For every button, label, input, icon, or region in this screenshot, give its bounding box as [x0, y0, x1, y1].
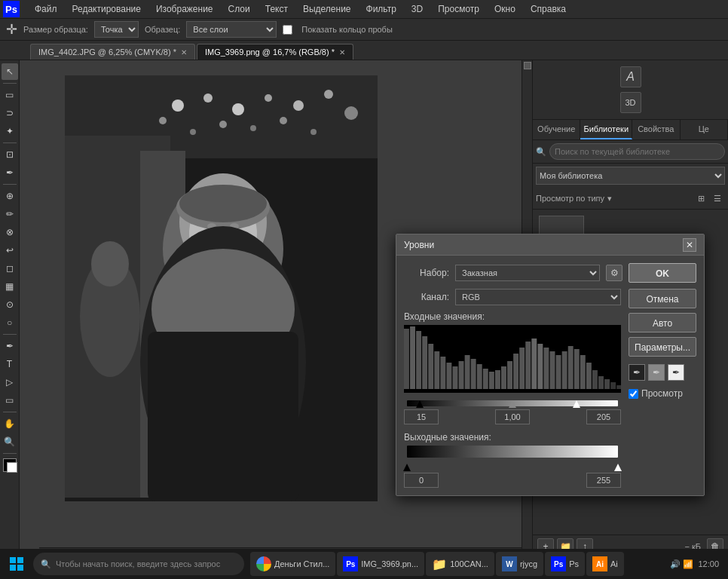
- tab-libraries[interactable]: Библиотеки: [580, 120, 632, 139]
- close-tab-1[interactable]: ✕: [181, 48, 187, 57]
- separator-5: [3, 412, 17, 412]
- tool-path[interactable]: ▷: [2, 374, 18, 391]
- chevron-down-icon[interactable]: ▾: [607, 194, 612, 204]
- svg-rect-44: [483, 369, 488, 389]
- svg-rect-32: [410, 326, 415, 389]
- svg-rect-63: [598, 376, 604, 389]
- sample-select[interactable]: Все слои: [186, 21, 277, 38]
- input-min-value[interactable]: 15: [404, 409, 439, 424]
- tool-shape[interactable]: ▭: [2, 392, 18, 409]
- dialog-close-button[interactable]: ✕: [683, 238, 696, 252]
- taskbar-item-ps2[interactable]: Ps Ps: [545, 552, 585, 576]
- menu-3d[interactable]: 3D: [408, 2, 426, 16]
- tabs-bar: IMG_4402.JPG @ 6,25% (CMYK/8) * ✕ IMG_39…: [0, 41, 728, 60]
- channel-select[interactable]: RGB: [455, 289, 621, 305]
- tool-hand[interactable]: ✋: [2, 415, 18, 432]
- preview-checkbox[interactable]: [629, 389, 638, 399]
- dialog-title: Уровни: [404, 240, 683, 250]
- probe-checkbox[interactable]: [283, 25, 292, 35]
- menu-select[interactable]: Выделение: [300, 2, 354, 16]
- taskbar: 🔍 Чтобы начать поиск, введите здесь запр…: [0, 549, 728, 579]
- close-tab-2[interactable]: ✕: [339, 48, 345, 57]
- tool-cursor-icon[interactable]: ✛: [6, 21, 17, 38]
- tool-crop[interactable]: ⊡: [2, 146, 18, 163]
- taskbar-search-placeholder: Чтобы начать поиск, введите здесь запрос: [56, 559, 220, 568]
- tool-zoom[interactable]: 🔍: [2, 433, 18, 450]
- menu-image[interactable]: Изображение: [153, 2, 216, 16]
- tab-learning[interactable]: Обучение: [533, 120, 580, 139]
- menu-window[interactable]: Окно: [491, 2, 518, 16]
- ai-icon: Ai: [592, 556, 607, 571]
- white-eyedropper-button[interactable]: ✒: [668, 364, 684, 381]
- tool-gradient[interactable]: ▦: [2, 278, 18, 295]
- tool-text[interactable]: T: [2, 356, 18, 372]
- ok-button[interactable]: OK: [629, 263, 696, 283]
- foreground-color[interactable]: [3, 458, 17, 472]
- scroll-up[interactable]: [524, 62, 531, 69]
- tab-properties[interactable]: Свойства: [632, 120, 680, 139]
- menu-text[interactable]: Текст: [262, 2, 291, 16]
- menu-layers[interactable]: Слои: [225, 2, 253, 16]
- text-tool-icon[interactable]: A: [620, 66, 641, 87]
- preset-select[interactable]: Заказная: [455, 265, 600, 281]
- taskbar-search-bar[interactable]: 🔍 Чтобы начать поиск, введите здесь запр…: [33, 553, 244, 575]
- gray-eyedropper-button[interactable]: ✒: [648, 364, 665, 381]
- view-options: Просмотр по типу ▾ ⊞ ☰: [533, 188, 728, 210]
- svg-rect-51: [525, 342, 531, 389]
- taskbar-item-ai[interactable]: Ai Ai: [586, 552, 624, 576]
- menu-filter[interactable]: Фильтр: [363, 2, 399, 16]
- menu-file[interactable]: Файл: [32, 2, 60, 16]
- preset-gear-button[interactable]: ⚙: [606, 265, 622, 281]
- tool-dodge[interactable]: ○: [2, 314, 18, 331]
- auto-button[interactable]: Авто: [629, 313, 696, 332]
- output-label: Выходные значения:: [404, 432, 621, 443]
- tool-brush[interactable]: ✏: [2, 206, 18, 222]
- library-search-bar: 🔍: [533, 140, 728, 164]
- tab-img4402[interactable]: IMG_4402.JPG @ 6,25% (CMYK/8) * ✕: [30, 44, 195, 60]
- menu-help[interactable]: Справка: [528, 2, 569, 16]
- svg-rect-27: [148, 332, 298, 501]
- menu-view[interactable]: Просмотр: [435, 2, 482, 16]
- tab-img3969[interactable]: IMG_3969.png @ 16,7% (RGB/8) * ✕: [197, 44, 353, 60]
- input-black-thumb[interactable]: [416, 400, 424, 408]
- windows-start-button[interactable]: [3, 550, 30, 577]
- output-white-thumb[interactable]: [614, 464, 622, 471]
- input-white-thumb[interactable]: [573, 400, 580, 408]
- tool-blur[interactable]: ⊙: [2, 296, 18, 313]
- tool-pen[interactable]: ✒: [2, 338, 18, 354]
- output-black-thumb[interactable]: [403, 464, 411, 471]
- tool-eraser[interactable]: ◻: [2, 260, 18, 277]
- 3d-icon[interactable]: 3D: [620, 92, 641, 113]
- params-button[interactable]: Параметры...: [629, 337, 696, 357]
- list-view-icon[interactable]: ☰: [710, 191, 725, 206]
- dialog-content: Канал: RGB Входные значения:: [404, 289, 696, 488]
- taskbar-item-ps-file[interactable]: Ps IMG_3969.pn...: [337, 552, 424, 576]
- output-max-value[interactable]: 255: [586, 473, 621, 488]
- tab-extra[interactable]: Це: [681, 120, 728, 139]
- grid-view-icon[interactable]: ⊞: [693, 191, 708, 206]
- taskbar-item-folder[interactable]: 📁 100CAN...: [426, 552, 494, 576]
- size-select[interactable]: Точка: [94, 21, 139, 38]
- tool-heal[interactable]: ⊕: [2, 188, 18, 204]
- taskbar-item-chrome[interactable]: Деньги Стил...: [250, 552, 335, 576]
- cancel-button[interactable]: Отмена: [629, 289, 696, 308]
- tool-move[interactable]: ↖: [2, 63, 18, 80]
- tool-marquee[interactable]: ▭: [2, 87, 18, 103]
- tool-stamp[interactable]: ⊗: [2, 224, 18, 240]
- background-color[interactable]: [7, 462, 17, 473]
- input-mid-value[interactable]: 1,00: [495, 409, 530, 424]
- black-eyedropper-button[interactable]: ✒: [629, 364, 645, 381]
- dialog-header[interactable]: Уровни ✕: [396, 234, 704, 256]
- tool-lasso[interactable]: ⊃: [2, 105, 18, 121]
- menu-edit[interactable]: Редактирование: [69, 2, 144, 16]
- taskbar-item-word[interactable]: W rjycg: [496, 552, 543, 576]
- output-min-value[interactable]: 0: [404, 473, 439, 488]
- input-gray-thumb[interactable]: [509, 400, 516, 408]
- tool-eyedropper[interactable]: ✒: [2, 164, 18, 181]
- tool-history[interactable]: ↩: [2, 242, 18, 259]
- library-select[interactable]: Моя библиотека: [536, 167, 725, 185]
- library-search-input[interactable]: [549, 143, 725, 160]
- tool-wand[interactable]: ✦: [2, 123, 18, 139]
- input-max-value[interactable]: 205: [586, 409, 621, 424]
- input-label: Входные значения:: [404, 311, 621, 322]
